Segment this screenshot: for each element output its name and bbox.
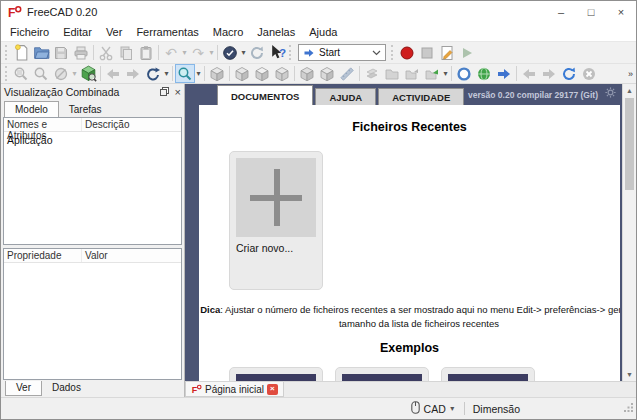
export-green-icon[interactable] [422, 64, 442, 83]
workbench-selector-value: Start [319, 47, 340, 58]
zoom-icon[interactable] [31, 64, 51, 83]
resize-grip[interactable] [624, 399, 634, 417]
example-card-3[interactable] [441, 367, 535, 381]
redo-icon[interactable]: ↷ [188, 43, 208, 62]
menu-macro[interactable]: Macro [206, 26, 251, 38]
menu-bar: Ficheiro Editar Ver Ferramentas Macro Ja… [1, 23, 636, 42]
measure-icon[interactable] [337, 64, 357, 83]
scrollbar-thumb[interactable] [625, 98, 634, 190]
front-view-cube-icon[interactable] [232, 64, 252, 83]
nav-forward-icon[interactable] [539, 64, 559, 83]
tab-ajuda[interactable]: AJUDA [315, 88, 376, 105]
tab-modelo[interactable]: Modelo [4, 101, 59, 117]
maximize-button[interactable]: □ [576, 1, 606, 23]
close-button[interactable]: × [606, 1, 636, 23]
scroll-up-icon[interactable]: ▲ [623, 84, 636, 97]
start-page-tab[interactable]: F Página inicial × [185, 382, 284, 397]
model-tree[interactable]: Nomes e Atributos Descrição Aplicação [3, 117, 182, 245]
save-icon[interactable] [51, 43, 71, 62]
zoom-box-icon[interactable] [175, 64, 195, 83]
workbench-selector[interactable]: Start [298, 44, 386, 61]
record-macro-icon[interactable] [397, 43, 417, 62]
example-thumbnail-bearing [448, 374, 528, 381]
rotate-dropdown-icon[interactable]: ▾ [163, 69, 170, 78]
start-page-icon[interactable] [454, 64, 474, 83]
isometric-view-icon[interactable] [78, 64, 98, 83]
tree-column-names[interactable]: Nomes e Atributos [4, 118, 82, 131]
nav-back-icon[interactable] [519, 64, 539, 83]
export-icon[interactable] [402, 64, 422, 83]
toolbar-handle[interactable] [391, 45, 395, 60]
nav-style-dropdown-icon[interactable]: ▾ [449, 404, 456, 413]
tab-tarefas[interactable]: Tarefas [59, 102, 112, 117]
tab-ver[interactable]: Ver [5, 381, 42, 396]
undo-icon[interactable]: ↶ [161, 43, 181, 62]
menu-ajuda[interactable]: Ajuda [302, 26, 344, 38]
draw-style-icon[interactable] [51, 64, 71, 83]
close-tab-icon[interactable]: × [267, 384, 278, 395]
edit-mode-dropdown-icon[interactable]: ▾ [240, 48, 247, 57]
create-new-card[interactable]: Criar novo... [229, 151, 323, 290]
toolbar-overflow-icon[interactable]: » [628, 69, 636, 79]
menu-editar[interactable]: Editar [56, 26, 99, 38]
open-website-icon[interactable] [474, 64, 494, 83]
scroll-down-icon[interactable]: ▼ [623, 368, 636, 381]
property-column[interactable]: Propriedade [4, 249, 82, 262]
open-folder-icon[interactable] [31, 43, 51, 62]
property-view[interactable]: Propriedade Valor [3, 248, 182, 380]
cut-icon[interactable] [96, 43, 116, 62]
right-view-cube-icon[interactable] [272, 64, 292, 83]
bottom-view-cube-icon[interactable] [297, 64, 317, 83]
minimize-button[interactable]: – [546, 1, 576, 23]
tree-column-description[interactable]: Descrição [82, 118, 129, 131]
page-scrollbar[interactable]: ▲ ▼ [622, 84, 636, 381]
web-refresh-icon[interactable] [559, 64, 579, 83]
view-back-icon[interactable] [103, 64, 123, 83]
rotate-view-icon[interactable] [143, 64, 163, 83]
version-label: versão 0.20 compilar 29177 (Git) [468, 90, 598, 105]
menu-ver[interactable]: Ver [99, 26, 130, 38]
zoom-box-dropdown-icon[interactable]: ▾ [195, 69, 202, 78]
float-panel-icon[interactable] [160, 86, 169, 98]
run-macro-icon[interactable] [457, 43, 477, 62]
tab-actividade[interactable]: ACTIVIDADE [378, 88, 464, 105]
menu-ficheiro[interactable]: Ficheiro [3, 26, 56, 38]
axonometric-cube-icon[interactable] [207, 64, 227, 83]
view-forward-icon[interactable] [123, 64, 143, 83]
edit-mode-icon[interactable] [220, 43, 240, 62]
undo-dropdown-icon[interactable]: ▾ [181, 48, 188, 57]
refresh-icon[interactable] [247, 43, 267, 62]
example-card-2[interactable] [335, 367, 429, 381]
menu-ferramentas[interactable]: Ferramentas [129, 26, 205, 38]
tab-dados[interactable]: Dados [42, 381, 91, 395]
export-dropdown-icon[interactable]: ▾ [442, 69, 449, 78]
toolbar-handle[interactable] [5, 66, 9, 81]
stop-macro-icon[interactable] [417, 43, 437, 62]
example-card-1[interactable] [229, 367, 323, 381]
tab-documentos[interactable]: DOCUMENTOS [217, 85, 313, 105]
web-stop-icon[interactable] [579, 64, 599, 83]
part-icon[interactable] [362, 64, 382, 83]
value-column[interactable]: Valor [82, 249, 108, 262]
gear-icon[interactable] [605, 84, 616, 102]
draw-style-dropdown-icon[interactable]: ▾ [71, 69, 78, 78]
left-view-cube-icon[interactable] [317, 64, 337, 83]
toolbar-handle[interactable] [289, 45, 293, 60]
plus-icon [236, 158, 316, 237]
new-file-icon[interactable] [11, 43, 31, 62]
go-arrow-icon[interactable] [494, 64, 514, 83]
top-view-cube-icon[interactable] [252, 64, 272, 83]
folder-icon[interactable] [382, 64, 402, 83]
close-panel-icon[interactable]: × [175, 86, 181, 98]
copy-icon[interactable] [116, 43, 136, 62]
redo-dropdown-icon[interactable]: ▾ [208, 48, 215, 57]
edit-macro-icon[interactable] [437, 43, 457, 62]
nav-style-selector[interactable]: CAD [424, 403, 446, 415]
paste-icon[interactable] [136, 43, 156, 62]
fit-all-icon[interactable] [11, 64, 31, 83]
menu-janelas[interactable]: Janelas [250, 26, 302, 38]
toolbar-handle[interactable] [5, 45, 9, 60]
print-icon[interactable] [71, 43, 91, 62]
tree-item-application[interactable]: Aplicação [4, 132, 181, 146]
whats-this-icon[interactable]: ? [267, 43, 287, 62]
